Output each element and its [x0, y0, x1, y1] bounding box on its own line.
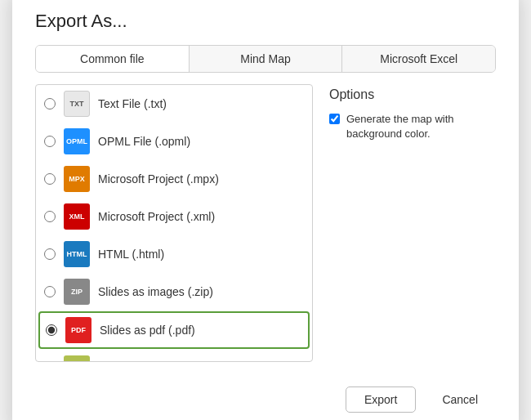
- radio-zip[interactable]: [44, 286, 56, 297]
- file-option-xml[interactable]: XML Microsoft Project (.xml): [36, 198, 312, 235]
- icon-opml: OPML: [64, 128, 90, 154]
- export-dialog: Export As... Common file Mind Map Micros…: [12, 0, 519, 420]
- file-option-opml[interactable]: OPML OPML File (.opml): [36, 123, 312, 160]
- icon-png: PNG: [64, 355, 90, 362]
- file-option-zip[interactable]: ZIP Slides as images (.zip): [36, 273, 312, 311]
- label-pdf: Slides as pdf (.pdf): [100, 324, 195, 337]
- tab-mind-map[interactable]: Mind Map: [190, 46, 343, 72]
- radio-mpx[interactable]: [44, 173, 56, 185]
- options-title: Options: [329, 87, 496, 102]
- file-option-png[interactable]: PNG Image File (.png): [36, 350, 312, 362]
- label-xml: Microsoft Project (.xml): [98, 210, 215, 223]
- icon-zip: ZIP: [64, 279, 90, 305]
- icon-html: HTML: [64, 241, 90, 267]
- radio-pdf[interactable]: [46, 324, 57, 336]
- option-bg-color: Generate the map with background color.: [329, 112, 496, 141]
- icon-mpx: MPX: [64, 166, 90, 192]
- export-button[interactable]: Export: [346, 386, 416, 413]
- file-option-pdf[interactable]: PDF Slides as pdf (.pdf): [38, 311, 310, 349]
- radio-opml[interactable]: [44, 136, 56, 147]
- content-area: TXT Text File (.txt) OPML OPML File (.op…: [35, 84, 496, 362]
- radio-html[interactable]: [44, 248, 56, 260]
- icon-txt: TXT: [64, 91, 90, 117]
- file-option-txt[interactable]: TXT Text File (.txt): [36, 85, 312, 123]
- label-mpx: Microsoft Project (.mpx): [98, 172, 219, 185]
- file-option-html[interactable]: HTML HTML (.html): [36, 235, 312, 273]
- dialog-title: Export As...: [35, 11, 496, 32]
- label-html: HTML (.html): [98, 248, 164, 261]
- tab-bar: Common file Mind Map Microsoft Excel: [35, 45, 496, 73]
- tab-common-file[interactable]: Common file: [36, 46, 190, 72]
- file-option-mpx[interactable]: MPX Microsoft Project (.mpx): [36, 160, 312, 198]
- dialog-footer: Export Cancel: [35, 378, 496, 413]
- label-zip: Slides as images (.zip): [98, 285, 213, 298]
- radio-txt[interactable]: [44, 98, 56, 109]
- option-bg-color-label: Generate the map with background color.: [346, 112, 496, 141]
- options-panel: Options Generate the map with background…: [329, 84, 496, 362]
- file-list: TXT Text File (.txt) OPML OPML File (.op…: [35, 84, 313, 362]
- icon-pdf: PDF: [65, 317, 91, 343]
- tab-microsoft-excel[interactable]: Microsoft Excel: [342, 46, 495, 72]
- checkbox-bg-color[interactable]: [329, 114, 340, 124]
- cancel-button[interactable]: Cancel: [424, 386, 496, 413]
- label-txt: Text File (.txt): [98, 97, 167, 110]
- icon-xml: XML: [64, 203, 90, 230]
- radio-xml[interactable]: [44, 211, 56, 222]
- label-opml: OPML File (.opml): [98, 135, 190, 148]
